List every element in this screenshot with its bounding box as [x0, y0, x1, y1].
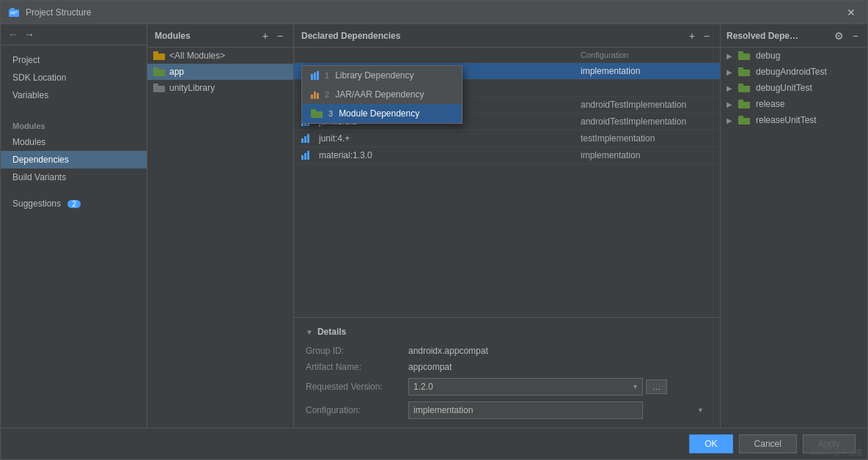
- nav-back-button[interactable]: ←: [8, 29, 18, 40]
- deps-panel-title: Declared Dependencies: [301, 31, 400, 41]
- deps-add-button[interactable]: +: [686, 30, 698, 42]
- jar-dep-icon: [311, 90, 319, 99]
- resolved-settings-button[interactable]: ⚙: [831, 30, 847, 42]
- dropdown-module-dependency[interactable]: 3 Module Dependency: [302, 104, 462, 123]
- deps-remove-button[interactable]: −: [701, 30, 713, 42]
- dep-row-material[interactable]: material:1.3.0 implementation: [294, 147, 720, 164]
- folder-icon-unity: [153, 84, 165, 92]
- bottom-bar: OK Cancel Apply: [1, 428, 867, 459]
- configuration-label: Configuration:: [306, 405, 408, 415]
- sidebar-modules-section: Modules Modules Dependencies Build Varia…: [1, 110, 147, 192]
- expand-debug-icon: ▶: [727, 52, 735, 60]
- sidebar-item-variables[interactable]: Variables: [1, 86, 147, 104]
- config-select-wrapper: implementation api compileOnly runtimeOn…: [408, 401, 708, 419]
- resolved-panel-actions: ⚙ −: [831, 30, 861, 42]
- title-bar: Project Structure ✕: [1, 1, 867, 24]
- deps-panel: Declared Dependencies + − 1 Library Depe…: [294, 24, 721, 428]
- suggestions-badge: 2: [67, 200, 81, 208]
- expand-release-icon: ▶: [727, 100, 735, 108]
- module-list: <All Modules> app unityLibrary: [147, 48, 293, 428]
- resolved-remove-button[interactable]: −: [850, 30, 861, 42]
- details-collapse-icon[interactable]: ▼: [306, 328, 313, 336]
- dep-bar-icon-material: [301, 151, 313, 160]
- dep-name-material: material:1.3.0: [319, 150, 575, 160]
- nav-forward-button[interactable]: →: [24, 29, 34, 40]
- svg-rect-3: [10, 13, 15, 14]
- svg-rect-1: [10, 8, 15, 10]
- deps-column-header: Configuration: [294, 48, 720, 63]
- deps-panel-actions: + −: [686, 30, 713, 42]
- resolved-tree: ▶ debug ▶ debugAndroidTest ▶: [721, 48, 867, 428]
- resolved-panel-header: Resolved Depe… ⚙ −: [721, 24, 867, 48]
- version-input-row: 1.2.0 1.1.0 1.0.0 …: [408, 378, 708, 396]
- sidebar-item-project[interactable]: Project: [1, 51, 147, 69]
- group-id-value: androidx.appcompat: [408, 346, 708, 356]
- main-content: ← → Project SDK Location Variables Modul…: [1, 24, 867, 428]
- sidebar-item-dependencies[interactable]: Dependencies: [1, 151, 147, 168]
- deps-config-col-header: Configuration: [581, 51, 713, 59]
- resolved-item-release[interactable]: ▶ release: [721, 96, 867, 112]
- cancel-button[interactable]: Cancel: [739, 434, 797, 453]
- dep-name-junit4: junit:4.+: [319, 133, 575, 144]
- expand-debug-unit-test-icon: ▶: [727, 84, 735, 92]
- version-select[interactable]: 1.2.0 1.1.0 1.0.0: [408, 378, 643, 396]
- sidebar-item-build-variants[interactable]: Build Variants: [1, 168, 147, 186]
- sidebar-top-section: Project SDK Location Variables: [1, 45, 147, 110]
- resolved-panel: Resolved Depe… ⚙ − ▶ debug ▶: [721, 24, 867, 428]
- resolved-item-debug[interactable]: ▶ debug: [721, 48, 867, 64]
- details-header: ▼ Details: [306, 327, 708, 337]
- sidebar-item-modules[interactable]: Modules: [1, 133, 147, 151]
- deps-panel-header: Declared Dependencies + −: [294, 24, 720, 48]
- project-structure-dialog: Project Structure ✕ ← → Project SDK Loca…: [0, 0, 868, 460]
- resolved-item-debug-unit-test[interactable]: ▶ debugUnitTest: [721, 80, 867, 96]
- dep-config-junit4: testImplementation: [581, 133, 713, 144]
- dep-bar-icon-junit4: [301, 134, 313, 143]
- modules-panel-title: Modules: [155, 31, 191, 41]
- details-grid: Group ID: androidx.appcompat Artifact Na…: [306, 346, 708, 419]
- dropdown-jar-dependency[interactable]: 2 JAR/AAR Dependency: [302, 85, 462, 104]
- module-dep-icon: [311, 109, 323, 118]
- configuration-select[interactable]: implementation api compileOnly runtimeOn…: [408, 401, 643, 419]
- dialog-title: Project Structure: [26, 7, 842, 18]
- sidebar-nav: ← →: [1, 24, 147, 45]
- resolved-panel-title: Resolved Depe…: [727, 31, 798, 41]
- sidebar-item-sdk-location[interactable]: SDK Location: [1, 69, 147, 86]
- dep-config-appcompat: implementation: [581, 66, 713, 76]
- modules-remove-button[interactable]: −: [274, 30, 286, 42]
- module-item-all-modules[interactable]: <All Modules>: [147, 48, 293, 64]
- sidebar: ← → Project SDK Location Variables Modul…: [1, 24, 147, 428]
- folder-icon-app: [153, 67, 165, 76]
- module-item-unity-library[interactable]: unityLibrary: [147, 80, 293, 96]
- resolved-item-debug-android-test[interactable]: ▶ debugAndroidTest: [721, 64, 867, 80]
- modules-panel-actions: + −: [260, 30, 286, 42]
- close-button[interactable]: ✕: [842, 5, 860, 20]
- dep-config-material: implementation: [581, 150, 713, 160]
- modules-add-button[interactable]: +: [260, 30, 271, 42]
- version-select-wrapper: 1.2.0 1.1.0 1.0.0: [408, 378, 643, 396]
- details-title: Details: [317, 327, 346, 337]
- resolved-item-release-unit-test[interactable]: ▶ releaseUnitTest: [721, 112, 867, 128]
- artifact-name-value: appcompat: [408, 362, 708, 372]
- sidebar-group-modules: Modules: [1, 116, 147, 133]
- requested-version-label: Requested Version:: [306, 382, 408, 392]
- group-id-label: Group ID:: [306, 346, 408, 356]
- dep-config-espresso: androidTestImplementation: [581, 100, 713, 110]
- module-item-app[interactable]: app: [147, 64, 293, 80]
- expand-release-unit-test-icon: ▶: [727, 116, 735, 125]
- dep-config-junit1: androidTestImplementation: [581, 116, 713, 127]
- sidebar-item-suggestions[interactable]: Suggestions 2: [1, 195, 147, 212]
- dep-row-junit4[interactable]: junit:4.+ testImplementation: [294, 130, 720, 147]
- version-ellipsis-button[interactable]: …: [646, 379, 667, 394]
- modules-panel-header: Modules + −: [147, 24, 293, 48]
- details-section: ▼ Details Group ID: androidx.appcompat A…: [294, 317, 720, 428]
- dropdown-library-dependency[interactable]: 1 Library Dependency: [302, 66, 462, 85]
- modules-panel: Modules + − <All Modules> app: [147, 24, 294, 428]
- app-icon: [8, 7, 20, 18]
- ok-button[interactable]: OK: [689, 434, 732, 453]
- watermark: CSDN @千丘星: [806, 446, 867, 459]
- folder-icon-all: [153, 51, 165, 60]
- artifact-name-label: Artifact Name:: [306, 362, 408, 372]
- add-dependency-dropdown: 1 Library Dependency 2 JAR/AAR Dependenc…: [301, 65, 463, 124]
- expand-debug-android-test-icon: ▶: [727, 68, 735, 76]
- svg-rect-2: [10, 12, 18, 12]
